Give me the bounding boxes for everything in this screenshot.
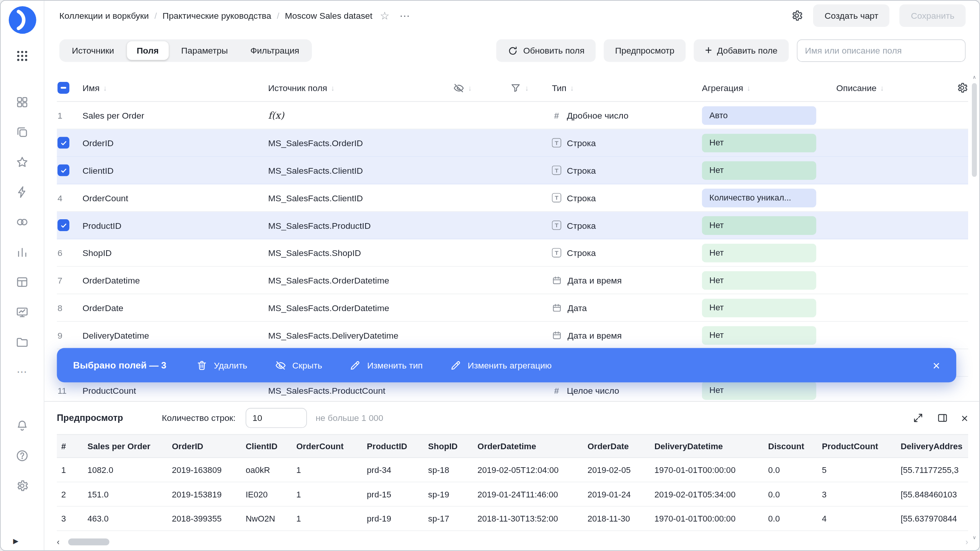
create-chart-button[interactable]: Создать чарт xyxy=(813,4,890,27)
expand-sidebar-icon[interactable]: ▶ xyxy=(13,537,18,545)
notifications-bell-icon[interactable] xyxy=(10,413,34,438)
field-type[interactable]: TСтрока xyxy=(552,165,702,175)
row-index: 1 xyxy=(57,110,62,120)
field-type[interactable]: TСтрока xyxy=(552,220,702,230)
field-row[interactable]: 9DeliveryDatetimeMS_SalesFacts.DeliveryD… xyxy=(57,322,968,349)
sort-icon[interactable]: ↓ xyxy=(570,83,574,92)
workbooks-icon[interactable] xyxy=(10,119,34,144)
field-type[interactable]: #Дробное число xyxy=(552,110,702,120)
help-icon[interactable] xyxy=(10,443,34,468)
aggregation-badge[interactable]: Нет xyxy=(702,161,816,179)
aggregation-badge[interactable]: Нет xyxy=(702,216,816,235)
breadcrumb-item[interactable]: Коллекции и воркбуки xyxy=(59,11,149,21)
add-field-button[interactable]: + Добавить поле xyxy=(694,39,789,62)
sort-icon[interactable]: ↓ xyxy=(331,83,335,92)
row-count-input[interactable] xyxy=(246,408,307,428)
preview-toggle-button[interactable]: Предпросмотр xyxy=(604,39,686,62)
column-header-filter[interactable]: ↓ xyxy=(510,82,552,93)
favorites-star-icon[interactable] xyxy=(10,149,34,174)
field-row[interactable]: 6ShopIDMS_SalesFacts.ShopIDTСтрокаНет xyxy=(57,239,968,267)
save-button[interactable]: Сохранить xyxy=(900,4,965,27)
field-row[interactable]: ProductIDMS_SalesFacts.ProductIDTСтрокаН… xyxy=(57,212,968,239)
column-header-aggregation[interactable]: Агрегация↓ xyxy=(702,83,836,93)
action-delete[interactable]: Удалить xyxy=(196,360,247,371)
datalens-logo[interactable] xyxy=(8,6,36,34)
column-header-source[interactable]: Источник поля↓ xyxy=(268,83,453,93)
tab-fields[interactable]: Поля xyxy=(127,41,169,60)
editor-icon[interactable] xyxy=(10,299,34,324)
aggregation-badge[interactable]: Авто xyxy=(702,106,816,125)
datasets-icon[interactable] xyxy=(10,209,34,234)
field-search-input[interactable] xyxy=(797,39,966,62)
horizontal-scrollbar[interactable]: ‹ › xyxy=(57,536,968,550)
aggregation-badge[interactable]: Нет xyxy=(702,381,816,399)
aggregation-badge[interactable]: Количество уникал... xyxy=(702,188,816,207)
breadcrumb-item[interactable]: Moscow Sales dataset xyxy=(285,11,372,21)
sort-icon[interactable]: ↓ xyxy=(468,83,472,92)
column-header-name[interactable]: Имя↓ xyxy=(83,83,268,93)
scroll-up-icon[interactable]: ∧ xyxy=(973,74,977,80)
action-change-type[interactable]: Изменить тип xyxy=(350,360,423,371)
aggregation-badge[interactable]: Нет xyxy=(702,134,816,152)
breadcrumb-more-icon[interactable]: ⋯ xyxy=(400,9,411,22)
field-row[interactable]: ClientIDMS_SalesFacts.ClientIDTСтрокаНет xyxy=(57,157,968,184)
dataset-settings-gear-icon[interactable] xyxy=(791,9,804,22)
collections-icon[interactable] xyxy=(10,89,34,114)
select-all-checkbox[interactable] xyxy=(57,82,69,94)
favorite-star-icon[interactable]: ☆ xyxy=(380,9,390,22)
aggregation-badge[interactable]: Нет xyxy=(702,243,816,262)
sort-icon[interactable]: ↓ xyxy=(880,83,884,92)
aggregation-badge[interactable]: Нет xyxy=(702,326,816,344)
settings-gear-icon-sidebar[interactable] xyxy=(10,473,34,498)
tab-sources[interactable]: Источники xyxy=(60,39,125,62)
table-settings-gear-icon[interactable] xyxy=(956,82,968,94)
row-checkbox-checked[interactable] xyxy=(57,219,69,231)
field-type[interactable]: #Целое число xyxy=(552,385,702,395)
tab-parameters[interactable]: Параметры xyxy=(170,39,239,62)
field-row[interactable]: OrderIDMS_SalesFacts.OrderIDTСтрокаНет xyxy=(57,129,968,157)
vertical-scrollbar-track[interactable] xyxy=(972,82,977,533)
column-header-type[interactable]: Тип↓ xyxy=(552,83,702,93)
expand-preview-icon[interactable] xyxy=(912,412,923,424)
services-grid-icon[interactable] xyxy=(10,43,34,68)
vertical-scrollbar-thumb[interactable] xyxy=(972,83,977,177)
close-preview-icon[interactable]: × xyxy=(961,412,968,424)
sidebar-more-icon[interactable]: ⋯ xyxy=(10,359,34,384)
field-row[interactable]: 7OrderDatetimeMS_SalesFacts.OrderDatetim… xyxy=(57,267,968,294)
horizontal-scrollbar-track[interactable] xyxy=(63,538,962,545)
dashboards-icon[interactable] xyxy=(10,269,34,294)
aggregation-badge[interactable]: Нет xyxy=(702,271,816,290)
tab-filtering[interactable]: Фильтрация xyxy=(239,39,311,62)
field-type[interactable]: TСтрока xyxy=(552,248,702,258)
sort-icon[interactable]: ↓ xyxy=(747,83,751,92)
refresh-fields-button[interactable]: Обновить поля xyxy=(496,39,596,62)
row-checkbox-checked[interactable] xyxy=(57,164,69,176)
storage-icon[interactable] xyxy=(10,329,34,354)
field-type[interactable]: Дата и время xyxy=(552,275,702,285)
field-row[interactable]: 8OrderDateMS_SalesFacts.OrderDatetimeДат… xyxy=(57,294,968,322)
vertical-scrollbar[interactable]: ∧ ∨ xyxy=(971,74,977,540)
horizontal-scrollbar-thumb[interactable] xyxy=(69,538,110,545)
column-header-description[interactable]: Описание↓ xyxy=(836,83,943,93)
field-type[interactable]: Дата и время xyxy=(552,330,702,340)
field-type[interactable]: Дата xyxy=(552,303,702,313)
row-checkbox-checked[interactable] xyxy=(57,137,69,149)
charts-icon[interactable] xyxy=(10,239,34,264)
sort-icon[interactable]: ↓ xyxy=(525,83,529,92)
column-header-hidden[interactable]: ↓ xyxy=(453,82,510,93)
scroll-down-icon[interactable]: ∨ xyxy=(973,535,977,541)
field-row[interactable]: 4OrderCountMS_SalesFacts.ClientIDTСтрока… xyxy=(57,184,968,212)
sort-icon[interactable]: ↓ xyxy=(103,83,107,92)
scroll-right-icon[interactable]: › xyxy=(965,537,968,546)
scroll-left-icon[interactable]: ‹ xyxy=(57,537,60,546)
breadcrumb-item[interactable]: Практические руководства xyxy=(162,11,271,21)
aggregation-badge[interactable]: Нет xyxy=(702,298,816,317)
dock-preview-icon[interactable] xyxy=(937,412,948,424)
field-type[interactable]: TСтрока xyxy=(552,138,702,148)
action-hide[interactable]: Скрыть xyxy=(275,360,322,371)
field-row[interactable]: 1Sales per Orderf(x)#Дробное числоАвто xyxy=(57,102,968,129)
field-type[interactable]: TСтрока xyxy=(552,193,702,203)
close-selection-bar-icon[interactable]: × xyxy=(933,359,940,372)
action-change-aggregation[interactable]: Изменить агрегацию xyxy=(450,360,552,371)
connections-icon[interactable] xyxy=(10,179,34,204)
